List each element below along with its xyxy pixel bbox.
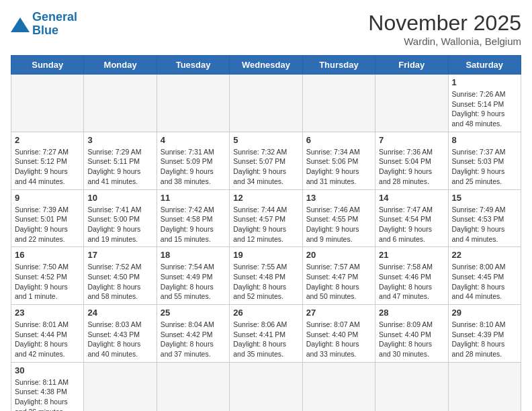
calendar-cell: 8Sunrise: 7:37 AM Sunset: 5:03 PM Daylig… — [448, 132, 521, 189]
day-info: Sunrise: 7:29 AM Sunset: 5:11 PM Dayligh… — [87, 147, 152, 187]
day-info: Sunrise: 8:03 AM Sunset: 4:43 PM Dayligh… — [87, 320, 152, 359]
day-info: Sunrise: 7:52 AM Sunset: 4:50 PM Dayligh… — [87, 262, 152, 302]
day-number: 4 — [161, 135, 226, 145]
day-number: 30 — [15, 365, 80, 375]
day-number: 24 — [87, 308, 152, 318]
calendar-cell: 26Sunrise: 8:06 AM Sunset: 4:41 PM Dayli… — [230, 305, 302, 363]
weekday-header-tuesday: Tuesday — [157, 56, 229, 75]
calendar-cell — [84, 362, 157, 411]
day-number: 27 — [306, 308, 371, 318]
day-number: 25 — [161, 308, 226, 318]
day-number: 23 — [15, 308, 80, 318]
calendar-cell: 30Sunrise: 8:11 AM Sunset: 4:38 PM Dayli… — [11, 362, 84, 411]
calendar-week-3: 9Sunrise: 7:39 AM Sunset: 5:01 PM Daylig… — [11, 189, 521, 247]
weekday-header-thursday: Thursday — [302, 56, 375, 75]
calendar-cell — [157, 75, 229, 132]
day-info: Sunrise: 7:49 AM Sunset: 4:53 PM Dayligh… — [452, 205, 517, 244]
day-info: Sunrise: 7:55 AM Sunset: 4:48 PM Dayligh… — [233, 262, 298, 302]
day-number: 3 — [87, 135, 152, 145]
calendar-week-2: 2Sunrise: 7:27 AM Sunset: 5:12 PM Daylig… — [11, 132, 521, 189]
calendar-cell: 13Sunrise: 7:46 AM Sunset: 4:55 PM Dayli… — [302, 189, 375, 247]
day-info: Sunrise: 7:54 AM Sunset: 4:49 PM Dayligh… — [161, 262, 226, 302]
logo-text: General Blue — [32, 11, 77, 38]
calendar-cell: 12Sunrise: 7:44 AM Sunset: 4:57 PM Dayli… — [230, 189, 302, 247]
day-number: 26 — [233, 308, 298, 318]
day-number: 8 — [452, 135, 517, 145]
calendar-cell: 16Sunrise: 7:50 AM Sunset: 4:52 PM Dayli… — [11, 247, 84, 305]
calendar-cell: 27Sunrise: 8:07 AM Sunset: 4:40 PM Dayli… — [302, 305, 375, 363]
day-number: 17 — [87, 250, 152, 260]
day-number: 15 — [452, 193, 517, 203]
calendar-week-6: 30Sunrise: 8:11 AM Sunset: 4:38 PM Dayli… — [11, 362, 521, 411]
day-info: Sunrise: 8:07 AM Sunset: 4:40 PM Dayligh… — [306, 320, 371, 359]
calendar-cell: 6Sunrise: 7:34 AM Sunset: 5:06 PM Daylig… — [302, 132, 375, 189]
logo: General Blue — [11, 11, 77, 38]
calendar: SundayMondayTuesdayWednesdayThursdayFrid… — [11, 55, 521, 411]
day-info: Sunrise: 7:27 AM Sunset: 5:12 PM Dayligh… — [15, 147, 80, 187]
weekday-header-wednesday: Wednesday — [230, 56, 302, 75]
calendar-cell — [448, 362, 521, 411]
day-info: Sunrise: 7:26 AM Sunset: 5:14 PM Dayligh… — [452, 89, 517, 129]
day-number: 2 — [15, 135, 80, 145]
calendar-cell — [84, 75, 157, 132]
day-number: 11 — [161, 193, 226, 203]
calendar-cell: 9Sunrise: 7:39 AM Sunset: 5:01 PM Daylig… — [11, 189, 84, 247]
day-info: Sunrise: 8:11 AM Sunset: 4:38 PM Dayligh… — [15, 377, 80, 411]
calendar-cell — [230, 362, 302, 411]
day-number: 12 — [233, 193, 298, 203]
day-number: 16 — [15, 250, 80, 260]
calendar-cell — [11, 75, 84, 132]
day-number: 29 — [452, 308, 517, 318]
calendar-cell: 24Sunrise: 8:03 AM Sunset: 4:43 PM Dayli… — [84, 305, 157, 363]
day-info: Sunrise: 7:47 AM Sunset: 4:54 PM Dayligh… — [379, 205, 444, 244]
calendar-cell: 10Sunrise: 7:41 AM Sunset: 5:00 PM Dayli… — [84, 189, 157, 247]
day-number: 28 — [379, 308, 444, 318]
calendar-cell: 1Sunrise: 7:26 AM Sunset: 5:14 PM Daylig… — [448, 75, 521, 132]
day-info: Sunrise: 8:06 AM Sunset: 4:41 PM Dayligh… — [233, 320, 298, 359]
calendar-cell — [230, 75, 302, 132]
calendar-week-1: 1Sunrise: 7:26 AM Sunset: 5:14 PM Daylig… — [11, 75, 521, 132]
day-info: Sunrise: 7:58 AM Sunset: 4:46 PM Dayligh… — [379, 262, 444, 302]
day-number: 10 — [87, 193, 152, 203]
day-info: Sunrise: 7:32 AM Sunset: 5:07 PM Dayligh… — [233, 147, 298, 187]
day-number: 5 — [233, 135, 298, 145]
day-number: 19 — [233, 250, 298, 260]
calendar-week-5: 23Sunrise: 8:01 AM Sunset: 4:44 PM Dayli… — [11, 305, 521, 363]
day-info: Sunrise: 7:44 AM Sunset: 4:57 PM Dayligh… — [233, 205, 298, 244]
day-number: 21 — [379, 250, 444, 260]
title-section: November 2025 Wardin, Wallonia, Belgium — [368, 11, 521, 47]
weekday-header-row: SundayMondayTuesdayWednesdayThursdayFrid… — [11, 56, 521, 75]
calendar-cell: 21Sunrise: 7:58 AM Sunset: 4:46 PM Dayli… — [375, 247, 448, 305]
calendar-cell: 22Sunrise: 8:00 AM Sunset: 4:45 PM Dayli… — [448, 247, 521, 305]
calendar-cell — [302, 75, 375, 132]
calendar-cell: 4Sunrise: 7:31 AM Sunset: 5:09 PM Daylig… — [157, 132, 229, 189]
day-info: Sunrise: 8:09 AM Sunset: 4:40 PM Dayligh… — [379, 320, 444, 359]
calendar-cell: 19Sunrise: 7:55 AM Sunset: 4:48 PM Dayli… — [230, 247, 302, 305]
calendar-cell: 5Sunrise: 7:32 AM Sunset: 5:07 PM Daylig… — [230, 132, 302, 189]
calendar-cell: 20Sunrise: 7:57 AM Sunset: 4:47 PM Dayli… — [302, 247, 375, 305]
calendar-cell: 14Sunrise: 7:47 AM Sunset: 4:54 PM Dayli… — [375, 189, 448, 247]
calendar-cell: 11Sunrise: 7:42 AM Sunset: 4:58 PM Dayli… — [157, 189, 229, 247]
day-info: Sunrise: 8:10 AM Sunset: 4:39 PM Dayligh… — [452, 320, 517, 359]
calendar-cell: 15Sunrise: 7:49 AM Sunset: 4:53 PM Dayli… — [448, 189, 521, 247]
month-title: November 2025 — [368, 11, 521, 36]
day-number: 22 — [452, 250, 517, 260]
weekday-header-friday: Friday — [375, 56, 448, 75]
day-info: Sunrise: 8:01 AM Sunset: 4:44 PM Dayligh… — [15, 320, 80, 359]
header: General Blue November 2025 Wardin, Wallo… — [11, 11, 521, 47]
day-info: Sunrise: 7:50 AM Sunset: 4:52 PM Dayligh… — [15, 262, 80, 302]
day-info: Sunrise: 7:31 AM Sunset: 5:09 PM Dayligh… — [161, 147, 226, 187]
day-info: Sunrise: 7:39 AM Sunset: 5:01 PM Dayligh… — [15, 205, 80, 244]
day-info: Sunrise: 7:46 AM Sunset: 4:55 PM Dayligh… — [306, 205, 371, 244]
calendar-cell — [375, 362, 448, 411]
day-number: 1 — [452, 77, 517, 87]
calendar-cell: 17Sunrise: 7:52 AM Sunset: 4:50 PM Dayli… — [84, 247, 157, 305]
calendar-cell: 28Sunrise: 8:09 AM Sunset: 4:40 PM Dayli… — [375, 305, 448, 363]
day-info: Sunrise: 7:36 AM Sunset: 5:04 PM Dayligh… — [379, 147, 444, 187]
day-info: Sunrise: 7:57 AM Sunset: 4:47 PM Dayligh… — [306, 262, 371, 302]
day-number: 14 — [379, 193, 444, 203]
calendar-cell: 23Sunrise: 8:01 AM Sunset: 4:44 PM Dayli… — [11, 305, 84, 363]
logo-icon — [11, 17, 30, 32]
day-info: Sunrise: 7:34 AM Sunset: 5:06 PM Dayligh… — [306, 147, 371, 187]
weekday-header-monday: Monday — [84, 56, 157, 75]
